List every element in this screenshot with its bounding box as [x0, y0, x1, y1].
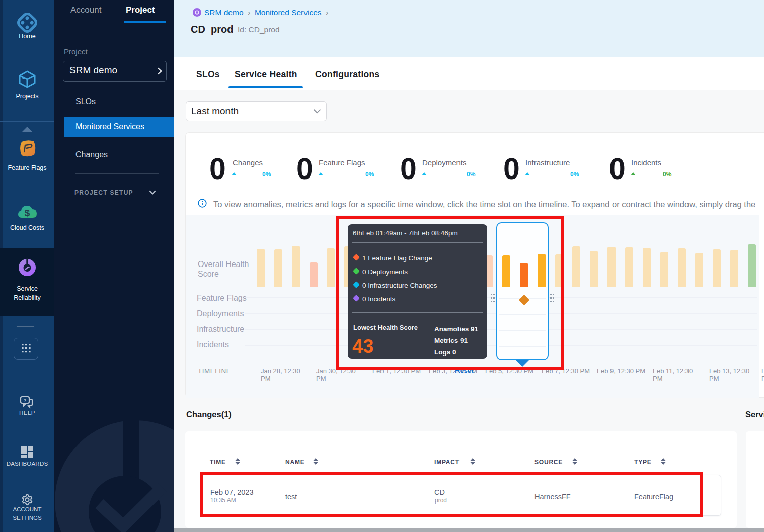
svg-text:$: $ — [25, 208, 30, 218]
svg-text:?: ? — [24, 398, 27, 403]
